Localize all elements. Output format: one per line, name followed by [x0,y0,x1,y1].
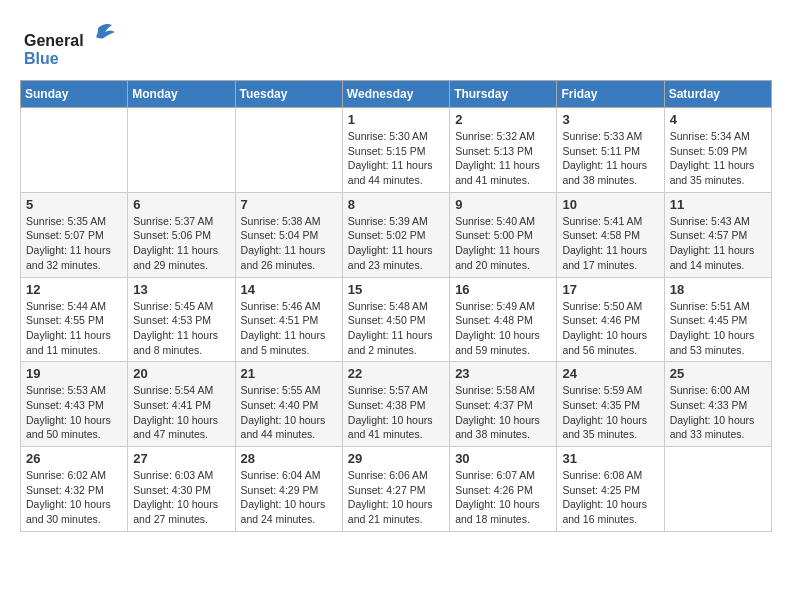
day-number: 18 [670,282,766,297]
day-info: Sunrise: 6:08 AM Sunset: 4:25 PM Dayligh… [562,468,658,527]
calendar-cell: 9Sunrise: 5:40 AM Sunset: 5:00 PM Daylig… [450,192,557,277]
day-info: Sunrise: 5:32 AM Sunset: 5:13 PM Dayligh… [455,129,551,188]
day-number: 1 [348,112,444,127]
calendar-cell: 29Sunrise: 6:06 AM Sunset: 4:27 PM Dayli… [342,447,449,532]
day-number: 28 [241,451,337,466]
calendar-cell: 20Sunrise: 5:54 AM Sunset: 4:41 PM Dayli… [128,362,235,447]
calendar-cell: 3Sunrise: 5:33 AM Sunset: 5:11 PM Daylig… [557,108,664,193]
day-number: 21 [241,366,337,381]
calendar-cell: 8Sunrise: 5:39 AM Sunset: 5:02 PM Daylig… [342,192,449,277]
calendar-cell: 15Sunrise: 5:48 AM Sunset: 4:50 PM Dayli… [342,277,449,362]
day-number: 23 [455,366,551,381]
day-number: 14 [241,282,337,297]
calendar-cell [235,108,342,193]
day-info: Sunrise: 5:33 AM Sunset: 5:11 PM Dayligh… [562,129,658,188]
calendar-cell: 6Sunrise: 5:37 AM Sunset: 5:06 PM Daylig… [128,192,235,277]
day-info: Sunrise: 5:43 AM Sunset: 4:57 PM Dayligh… [670,214,766,273]
day-info: Sunrise: 5:58 AM Sunset: 4:37 PM Dayligh… [455,383,551,442]
calendar-cell: 22Sunrise: 5:57 AM Sunset: 4:38 PM Dayli… [342,362,449,447]
day-info: Sunrise: 5:44 AM Sunset: 4:55 PM Dayligh… [26,299,122,358]
day-number: 10 [562,197,658,212]
day-number: 4 [670,112,766,127]
calendar-cell: 19Sunrise: 5:53 AM Sunset: 4:43 PM Dayli… [21,362,128,447]
day-number: 24 [562,366,658,381]
day-info: Sunrise: 5:59 AM Sunset: 4:35 PM Dayligh… [562,383,658,442]
day-info: Sunrise: 6:07 AM Sunset: 4:26 PM Dayligh… [455,468,551,527]
calendar-cell: 31Sunrise: 6:08 AM Sunset: 4:25 PM Dayli… [557,447,664,532]
calendar-cell: 27Sunrise: 6:03 AM Sunset: 4:30 PM Dayli… [128,447,235,532]
day-number: 13 [133,282,229,297]
calendar-cell: 5Sunrise: 5:35 AM Sunset: 5:07 PM Daylig… [21,192,128,277]
day-number: 7 [241,197,337,212]
day-number: 22 [348,366,444,381]
day-info: Sunrise: 5:35 AM Sunset: 5:07 PM Dayligh… [26,214,122,273]
week-row-1: 1Sunrise: 5:30 AM Sunset: 5:15 PM Daylig… [21,108,772,193]
calendar-header-row: SundayMondayTuesdayWednesdayThursdayFrid… [21,81,772,108]
col-header-saturday: Saturday [664,81,771,108]
calendar-cell: 12Sunrise: 5:44 AM Sunset: 4:55 PM Dayli… [21,277,128,362]
calendar-cell: 26Sunrise: 6:02 AM Sunset: 4:32 PM Dayli… [21,447,128,532]
day-number: 5 [26,197,122,212]
day-number: 16 [455,282,551,297]
day-number: 11 [670,197,766,212]
calendar-cell: 10Sunrise: 5:41 AM Sunset: 4:58 PM Dayli… [557,192,664,277]
col-header-sunday: Sunday [21,81,128,108]
day-info: Sunrise: 5:50 AM Sunset: 4:46 PM Dayligh… [562,299,658,358]
calendar-cell: 18Sunrise: 5:51 AM Sunset: 4:45 PM Dayli… [664,277,771,362]
svg-text:Blue: Blue [24,50,59,67]
day-number: 3 [562,112,658,127]
day-info: Sunrise: 5:53 AM Sunset: 4:43 PM Dayligh… [26,383,122,442]
calendar-cell: 17Sunrise: 5:50 AM Sunset: 4:46 PM Dayli… [557,277,664,362]
day-number: 2 [455,112,551,127]
day-info: Sunrise: 6:04 AM Sunset: 4:29 PM Dayligh… [241,468,337,527]
calendar-cell: 13Sunrise: 5:45 AM Sunset: 4:53 PM Dayli… [128,277,235,362]
day-info: Sunrise: 5:57 AM Sunset: 4:38 PM Dayligh… [348,383,444,442]
calendar-cell: 16Sunrise: 5:49 AM Sunset: 4:48 PM Dayli… [450,277,557,362]
day-info: Sunrise: 5:51 AM Sunset: 4:45 PM Dayligh… [670,299,766,358]
day-info: Sunrise: 5:49 AM Sunset: 4:48 PM Dayligh… [455,299,551,358]
day-number: 26 [26,451,122,466]
calendar-cell: 28Sunrise: 6:04 AM Sunset: 4:29 PM Dayli… [235,447,342,532]
day-number: 27 [133,451,229,466]
col-header-wednesday: Wednesday [342,81,449,108]
day-info: Sunrise: 6:02 AM Sunset: 4:32 PM Dayligh… [26,468,122,527]
logo: GeneralBlue [20,20,130,70]
day-number: 19 [26,366,122,381]
day-info: Sunrise: 5:30 AM Sunset: 5:15 PM Dayligh… [348,129,444,188]
day-info: Sunrise: 6:00 AM Sunset: 4:33 PM Dayligh… [670,383,766,442]
day-number: 25 [670,366,766,381]
calendar-cell [128,108,235,193]
week-row-3: 12Sunrise: 5:44 AM Sunset: 4:55 PM Dayli… [21,277,772,362]
calendar-cell: 7Sunrise: 5:38 AM Sunset: 5:04 PM Daylig… [235,192,342,277]
day-info: Sunrise: 5:54 AM Sunset: 4:41 PM Dayligh… [133,383,229,442]
calendar-cell: 23Sunrise: 5:58 AM Sunset: 4:37 PM Dayli… [450,362,557,447]
col-header-monday: Monday [128,81,235,108]
calendar-cell: 4Sunrise: 5:34 AM Sunset: 5:09 PM Daylig… [664,108,771,193]
day-number: 30 [455,451,551,466]
day-number: 15 [348,282,444,297]
calendar-cell: 11Sunrise: 5:43 AM Sunset: 4:57 PM Dayli… [664,192,771,277]
calendar-cell: 25Sunrise: 6:00 AM Sunset: 4:33 PM Dayli… [664,362,771,447]
week-row-2: 5Sunrise: 5:35 AM Sunset: 5:07 PM Daylig… [21,192,772,277]
svg-text:General: General [24,32,84,49]
day-info: Sunrise: 5:48 AM Sunset: 4:50 PM Dayligh… [348,299,444,358]
calendar-cell: 24Sunrise: 5:59 AM Sunset: 4:35 PM Dayli… [557,362,664,447]
day-number: 9 [455,197,551,212]
week-row-4: 19Sunrise: 5:53 AM Sunset: 4:43 PM Dayli… [21,362,772,447]
day-info: Sunrise: 5:45 AM Sunset: 4:53 PM Dayligh… [133,299,229,358]
day-info: Sunrise: 6:03 AM Sunset: 4:30 PM Dayligh… [133,468,229,527]
col-header-tuesday: Tuesday [235,81,342,108]
day-info: Sunrise: 5:41 AM Sunset: 4:58 PM Dayligh… [562,214,658,273]
calendar-table: SundayMondayTuesdayWednesdayThursdayFrid… [20,80,772,532]
day-number: 6 [133,197,229,212]
page-header: GeneralBlue [20,20,772,70]
day-info: Sunrise: 5:40 AM Sunset: 5:00 PM Dayligh… [455,214,551,273]
week-row-5: 26Sunrise: 6:02 AM Sunset: 4:32 PM Dayli… [21,447,772,532]
day-info: Sunrise: 5:55 AM Sunset: 4:40 PM Dayligh… [241,383,337,442]
day-info: Sunrise: 5:37 AM Sunset: 5:06 PM Dayligh… [133,214,229,273]
day-number: 8 [348,197,444,212]
day-number: 17 [562,282,658,297]
calendar-cell: 14Sunrise: 5:46 AM Sunset: 4:51 PM Dayli… [235,277,342,362]
day-info: Sunrise: 5:46 AM Sunset: 4:51 PM Dayligh… [241,299,337,358]
col-header-thursday: Thursday [450,81,557,108]
